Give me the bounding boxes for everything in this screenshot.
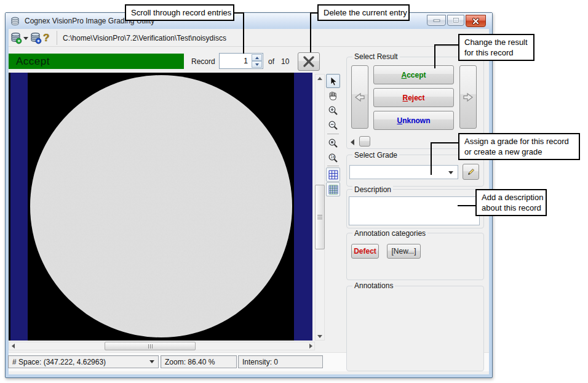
of-label: of	[268, 57, 274, 66]
scroll-down-icon	[317, 335, 322, 338]
horizontal-scroll-thumb[interactable]	[105, 342, 196, 350]
status-zoom: Zoom: 86.40 %	[161, 355, 237, 368]
open-database-icon[interactable]	[10, 32, 22, 44]
restore-icon	[453, 17, 459, 23]
callout-connector	[431, 142, 432, 175]
scroll-down-button[interactable]	[315, 333, 325, 340]
scroll-right-button[interactable]	[306, 342, 315, 350]
database-path: C:\home\VisionPro\7.2\Verification\Test\…	[63, 34, 226, 42]
status-intensity: Intensity: 0	[238, 355, 323, 368]
thumb-grip	[316, 185, 324, 249]
save-database-icon[interactable]	[30, 32, 42, 44]
pencil-icon	[467, 167, 475, 176]
unknown-button[interactable]: Unknown	[373, 111, 454, 130]
status-space-selector[interactable]: # Space: (347.222, 4.62963)	[8, 355, 159, 368]
help-icon[interactable]: ?	[43, 32, 53, 44]
zoom-fit-tool-button[interactable]	[326, 136, 340, 150]
zoom-1x-icon: 1x	[328, 153, 338, 163]
svg-text:1x: 1x	[330, 155, 335, 159]
status-space-text: # Space: (347.222, 4.62963)	[12, 358, 106, 366]
annotation-categories-label: Annotation categories	[352, 229, 427, 238]
tool-separator	[327, 166, 339, 166]
tool-separator	[327, 134, 339, 134]
reject-button[interactable]: Reject	[373, 88, 454, 107]
status-dropdown-icon	[149, 360, 154, 363]
image-display[interactable]	[9, 73, 312, 341]
scroll-up-icon	[317, 77, 322, 80]
spin-down-icon	[255, 63, 259, 66]
result-scroll-left-icon[interactable]	[351, 139, 354, 145]
callout-connector	[458, 205, 475, 206]
callout-delete-entry: Delete the current entry	[317, 4, 410, 21]
status-intensity-text: Intensity: 0	[242, 358, 278, 366]
screenshot-stage: Cognex VisionPro Image Grading Utility ?…	[0, 0, 588, 383]
zoom-in-tool-button[interactable]	[326, 103, 340, 118]
dense-grid-icon	[328, 185, 338, 195]
callout-scroll-records: Scroll through record entries	[125, 4, 234, 21]
pointer-icon	[328, 76, 338, 86]
description-label: Description	[352, 185, 393, 194]
callout-connector	[434, 44, 435, 68]
next-record-button[interactable]	[459, 65, 477, 129]
scroll-right-icon	[309, 344, 312, 349]
vertical-scroll-thumb[interactable]	[315, 185, 325, 249]
dense-grid-tool-button[interactable]	[326, 182, 340, 196]
zoom-out-icon	[328, 120, 338, 131]
left-navy-bar	[10, 73, 28, 341]
minimize-button[interactable]	[427, 15, 446, 26]
callout-add-description: Add a description about this record	[475, 189, 547, 216]
result-banner: Accept	[9, 54, 184, 69]
grade-dropdown-caret-icon	[448, 171, 453, 174]
callout-connector	[243, 12, 244, 54]
record-spinner	[252, 54, 262, 68]
select-grade-label: Select Grade	[352, 151, 399, 159]
scroll-left-icon	[12, 344, 15, 349]
hand-icon	[328, 91, 338, 101]
annotations-label: Annotations	[352, 281, 395, 290]
close-icon	[472, 18, 480, 25]
minimize-icon	[433, 18, 440, 22]
zoom-fit-icon	[328, 138, 338, 148]
edit-grade-button[interactable]	[463, 164, 479, 180]
callout-connector	[310, 12, 311, 52]
callout-connector	[434, 44, 458, 46]
scroll-left-button[interactable]	[9, 342, 17, 350]
callout-connector	[431, 142, 458, 143]
zoom-out-tool-button[interactable]	[326, 118, 340, 132]
close-button[interactable]	[466, 15, 486, 27]
select-result-label: Select Result	[352, 52, 400, 61]
description-input[interactable]	[349, 196, 480, 225]
scroll-up-button[interactable]	[315, 75, 325, 82]
previous-record-button[interactable]	[351, 65, 368, 129]
restore-button[interactable]	[447, 15, 464, 26]
zoom-1x-tool-button[interactable]: 1x	[326, 151, 340, 165]
right-navy-bar	[294, 73, 312, 341]
status-zoom-text: Zoom: 86.40 %	[165, 358, 215, 366]
grade-dropdown-value	[350, 167, 352, 176]
record-spin-down-button[interactable]	[252, 61, 262, 68]
annotations-group	[346, 286, 484, 371]
callout-assign-grade: Assign a grade for this record or create…	[458, 133, 580, 160]
record-total: 10	[281, 57, 289, 66]
record-spin-up-button[interactable]	[252, 54, 262, 61]
delete-x-icon	[302, 55, 316, 68]
arrow-right-icon	[463, 92, 474, 103]
record-label: Record	[191, 57, 215, 66]
delete-record-button[interactable]	[298, 52, 320, 71]
new-category-button[interactable]: [New...]	[387, 244, 421, 259]
open-database-dropdown-icon[interactable]	[23, 37, 28, 40]
title-bar[interactable]: Cognex VisionPro Image Grading Utility	[6, 13, 492, 29]
result-scroll-thumb[interactable]	[359, 136, 370, 147]
defect-category-button[interactable]: Defect	[351, 244, 379, 259]
record-image	[9, 73, 312, 341]
pointer-tool-button[interactable]	[326, 74, 340, 88]
result-banner-text: Accept	[16, 55, 50, 68]
grid-tool-button[interactable]	[326, 167, 340, 182]
toolbar-separator	[57, 31, 57, 45]
grade-dropdown[interactable]	[349, 165, 458, 179]
accept-button[interactable]: Accept	[373, 65, 454, 84]
callout-change-result: Change the result for this record	[458, 34, 534, 61]
grid-icon	[328, 170, 338, 180]
app-database-icon	[10, 17, 20, 26]
pan-tool-button[interactable]	[326, 89, 340, 103]
